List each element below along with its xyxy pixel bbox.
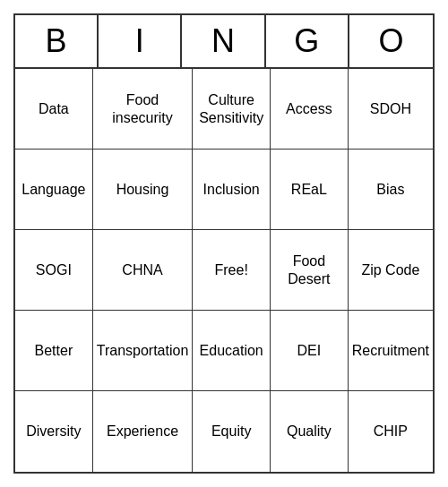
cell-text: Equity (211, 423, 251, 440)
cell-text: Data (39, 100, 69, 117)
cell-text: Quality (287, 423, 332, 440)
header-letter: O (349, 15, 433, 67)
cell-text: Transportation (97, 342, 189, 359)
bingo-cell: Bias (349, 150, 433, 230)
cell-text: SDOH (370, 100, 411, 117)
bingo-cell: Food Desert (271, 230, 349, 311)
bingo-cell: Better (15, 311, 93, 391)
bingo-cell: Transportation (93, 311, 194, 391)
cell-text: Food Desert (274, 252, 344, 286)
bingo-cell: Food insecurity (93, 69, 194, 150)
cell-text: DEI (297, 342, 322, 359)
bingo-cell: Recruitment (349, 311, 433, 391)
header-letter: G (266, 15, 349, 67)
bingo-cell: Equity (193, 391, 271, 472)
bingo-cell: DEI (271, 311, 349, 391)
bingo-cell: SOGI (15, 230, 93, 311)
cell-text: Free! (214, 261, 247, 278)
cell-text: Language (22, 181, 85, 198)
cell-text: CHIP (374, 423, 408, 440)
bingo-cell: Experience (93, 391, 194, 472)
bingo-cell: REaL (271, 150, 349, 230)
cell-text: REaL (291, 181, 327, 198)
cell-text: Access (286, 100, 332, 117)
bingo-cell: Quality (271, 391, 349, 472)
cell-text: CHNA (122, 261, 162, 278)
cell-text: Bias (376, 181, 404, 198)
cell-text: Experience (107, 423, 178, 440)
cell-text: Education (200, 342, 263, 359)
cell-text: Recruitment (352, 342, 429, 359)
bingo-cell: Free! (193, 230, 271, 311)
bingo-cell: Culture Sensitivity (193, 69, 271, 150)
bingo-card: BINGO DataFood insecurityCulture Sensiti… (13, 13, 435, 474)
bingo-grid: DataFood insecurityCulture SensitivityAc… (15, 69, 433, 472)
bingo-cell: Housing (93, 150, 194, 230)
header-letter: I (99, 15, 182, 67)
bingo-cell: CHNA (93, 230, 194, 311)
cell-text: Diversity (26, 423, 81, 440)
bingo-cell: Data (15, 69, 93, 150)
bingo-cell: SDOH (349, 69, 433, 150)
bingo-header: BINGO (15, 15, 433, 69)
cell-text: Zip Code (361, 261, 419, 278)
header-letter: B (15, 15, 99, 67)
bingo-cell: Access (271, 69, 349, 150)
header-letter: N (182, 15, 265, 67)
bingo-cell: Education (193, 311, 271, 391)
cell-text: Housing (116, 181, 169, 198)
bingo-cell: Zip Code (349, 230, 433, 311)
cell-text: Inclusion (203, 181, 260, 198)
bingo-cell: Inclusion (193, 150, 271, 230)
cell-text: Food insecurity (97, 91, 189, 125)
bingo-cell: Language (15, 150, 93, 230)
bingo-cell: Diversity (15, 391, 93, 472)
cell-text: Better (35, 342, 73, 359)
bingo-cell: CHIP (349, 391, 433, 472)
cell-text: Culture Sensitivity (196, 91, 266, 125)
cell-text: SOGI (36, 261, 72, 278)
